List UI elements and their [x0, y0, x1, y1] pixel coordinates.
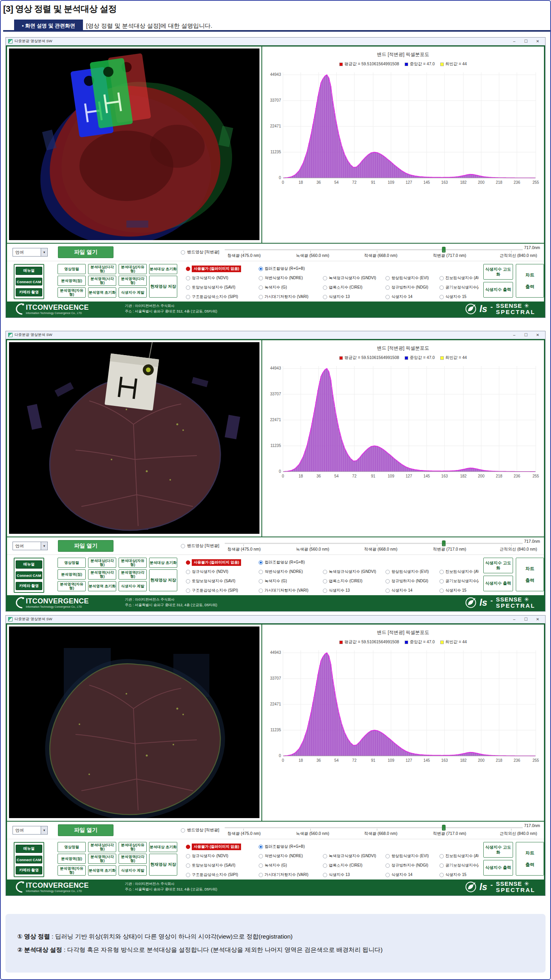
vegetation-index-radio[interactable]: 가시대기저항지수 (VARI) — [259, 588, 323, 593]
language-combobox[interactable]: 언어 ▾ — [13, 826, 48, 835]
vegetation-index-radio[interactable]: 토양보정식생지수 (SAVI) — [186, 863, 259, 868]
vegetation-index-radio[interactable]: 녹색지수 (G) — [259, 285, 323, 290]
minimize-button[interactable]: – — [508, 616, 520, 623]
vegetation-index-radio[interactable]: 컬러조합영상 (R+G+B) — [259, 844, 323, 849]
manual-button[interactable]: 매뉴얼 — [16, 845, 42, 853]
manual-button[interactable]: 매뉴얼 — [16, 560, 42, 569]
file-open-button[interactable]: 파일 열기 — [58, 540, 113, 552]
save-current-image-button[interactable]: 현재영상 저장 — [149, 569, 177, 591]
band-image-radio[interactable]: 밴드영상 [적변광] — [181, 543, 219, 549]
vegetation-index-radio[interactable]: 가시대기저항지수 (VARI) — [259, 294, 323, 300]
index-enhance-button[interactable]: 식생지수 고도화 — [483, 264, 513, 280]
vegetation-index-radio[interactable]: 정규식생지수 (NDVI) — [186, 569, 259, 574]
vegetation-index-radio[interactable]: 녹색지수 (G) — [259, 863, 323, 868]
slider-track[interactable] — [225, 249, 523, 250]
wavelength-slider[interactable]: 717.0nm 청색광 (475.0 nm) 녹색광 (560.0 nm) 적색… — [225, 822, 540, 838]
vegetation-index-radio[interactable]: 향상된식생지수 (EVI) — [385, 275, 439, 281]
vegetation-index-radio[interactable]: 식생지수 13 — [323, 588, 385, 593]
roi-reset-button[interactable]: 분석영역 초기화 — [88, 865, 116, 876]
index-output-button[interactable]: 식생지수 출력 — [483, 576, 513, 591]
vegetation-index-radio[interactable]: 정규빙하지수 (NDGI) — [385, 285, 439, 290]
vegetation-index-radio[interactable]: 녹색정규식생지수 (GNDVI) — [323, 275, 385, 281]
vegetation-index-radio[interactable]: 토양보정식생지수 (SAVI) — [186, 578, 259, 584]
chevron-down-icon[interactable]: ▾ — [41, 826, 47, 834]
index-enhance-button[interactable]: 식생지수 고도화 — [483, 842, 513, 858]
vegetation-index-dev-button[interactable]: 식생지수 계발 — [119, 287, 147, 298]
vegetation-index-radio[interactable]: 진보된식생지수 (AVI) — [439, 569, 479, 574]
vegetation-index-radio[interactable]: 구조둔감성색소지수 (SIPI) — [186, 872, 259, 878]
target-polygon-button[interactable]: 분석대상(다각형) — [88, 558, 116, 568]
roi-rect-button[interactable]: 분석영역(사각형) — [88, 569, 116, 580]
roi-polygon-button[interactable]: 분석영역(다각형) — [119, 276, 147, 286]
close-button[interactable]: ✕ — [532, 332, 544, 339]
vegetation-index-radio[interactable]: 식생지수 13 — [323, 294, 385, 300]
camera-capture-button[interactable]: 카메라 촬영 — [16, 866, 42, 874]
roi-freeform-button[interactable]: 분석영역(자유형) — [58, 865, 86, 876]
vegetation-index-dev-button[interactable]: 식생지수 계발 — [119, 581, 147, 591]
target-polygon-button[interactable]: 분석대상(다각형) — [88, 264, 116, 274]
vegetation-index-radio[interactable]: 엽록소지수 (CIREI) — [323, 578, 385, 584]
save-current-image-button[interactable]: 현재영상 저장 — [149, 854, 177, 876]
target-freeform-button[interactable]: 분석대상(자유형) — [119, 264, 147, 274]
vegetation-index-radio[interactable]: 향상된식생지수 (EVI) — [385, 569, 439, 574]
vegetation-index-radio[interactable]: 녹색정규식생지수 (GNDVI) — [323, 569, 385, 574]
vegetation-index-radio[interactable]: 정규식생지수 (NDVI) — [186, 853, 259, 859]
roi-polygon-button[interactable]: 분석영역(다각형) — [119, 569, 147, 580]
roi-freeform-button[interactable]: 분석영역(자유형) — [58, 287, 86, 298]
image-align-button[interactable]: 영상정렬 — [58, 264, 86, 274]
vegetation-index-radio[interactable]: 컬러조합영상 (R+G+B) — [259, 560, 323, 565]
target-freeform-button[interactable]: 분석대상(자유형) — [119, 558, 147, 568]
image-viewport[interactable] — [7, 625, 262, 821]
connect-cam-button[interactable]: Connect CAM — [16, 278, 42, 286]
target-polygon-button[interactable]: 분석대상(다각형) — [88, 842, 116, 852]
camera-capture-button[interactable]: 카메라 촬영 — [16, 288, 42, 296]
vegetation-index-radio[interactable]: 적변식생지수 (NDRE) — [259, 275, 323, 281]
vegetation-index-radio[interactable]: 녹색지수 (G) — [259, 578, 323, 584]
vegetation-index-radio[interactable]: 녹색정규식생지수 (GNDVI) — [323, 853, 385, 859]
wavelength-slider[interactable]: 717.0nm 청색광 (475.0 nm) 녹색광 (560.0 nm) 적색… — [225, 538, 540, 554]
vegetation-index-radio[interactable]: 적변식생지수 (NDRE) — [259, 853, 323, 859]
image-viewport[interactable] — [7, 340, 262, 537]
index-output-button[interactable]: 식생지수 출력 — [483, 860, 513, 876]
connect-cam-button[interactable]: Connect CAM — [16, 571, 42, 580]
target-reset-button[interactable]: 분석대상 초기화 — [149, 558, 177, 568]
roi-freeform-button[interactable]: 분석영역(자유형) — [58, 581, 86, 591]
chart-output-button[interactable]: 차트 출력 — [516, 842, 544, 876]
target-reset-button[interactable]: 분석대상 초기화 — [149, 842, 177, 852]
vegetation-index-radio[interactable]: 진보된식생지수 (AVI) — [439, 853, 479, 859]
vegetation-index-radio[interactable]: 식생지수 14 — [385, 588, 439, 593]
maximize-button[interactable]: ☐ — [520, 38, 532, 45]
language-combobox[interactable]: 언어 ▾ — [13, 248, 48, 257]
vegetation-index-radio[interactable]: 진보된식생지수 (AVI) — [439, 275, 479, 281]
chevron-down-icon[interactable]: ▾ — [41, 542, 47, 550]
band-image-radio[interactable]: 밴드영상 [적변광] — [181, 249, 219, 255]
vegetation-index-radio[interactable]: 공기보정식생지수(ARVI) — [439, 285, 479, 290]
maximize-button[interactable]: ☐ — [520, 616, 532, 623]
target-freeform-button[interactable]: 분석대상(자유형) — [119, 842, 147, 852]
vegetation-index-dev-button[interactable]: 식생지수 계발 — [119, 865, 147, 876]
vegetation-index-radio[interactable]: 적변식생지수 (NDRE) — [259, 569, 323, 574]
index-output-button[interactable]: 식생지수 출력 — [483, 282, 513, 298]
vegetation-index-radio[interactable]: 구조둔감성색소지수 (SIPI) — [186, 588, 259, 593]
vegetation-index-radio[interactable]: 향상된식생지수 (EVI) — [385, 853, 439, 859]
close-button[interactable]: ✕ — [532, 616, 544, 623]
index-enhance-button[interactable]: 식생지수 고도화 — [483, 558, 513, 573]
vegetation-index-radio[interactable]: 엽록소지수 (CIREI) — [323, 863, 385, 868]
roi-reset-button[interactable]: 분석영역 초기화 — [88, 287, 116, 298]
minimize-button[interactable]: – — [508, 332, 520, 339]
vegetation-index-radio[interactable]: 식생지수 14 — [385, 294, 439, 300]
band-image-radio[interactable]: 밴드영상 [적변광] — [181, 827, 219, 833]
vegetation-index-radio[interactable]: 가시대기저항지수 (VARI) — [259, 872, 323, 878]
vegetation-index-radio[interactable]: 토양보정식생지수 (SAVI) — [186, 285, 259, 290]
language-combobox[interactable]: 언어 ▾ — [13, 542, 48, 550]
wavelength-slider[interactable]: 717.0nm 청색광 (475.0 nm) 녹색광 (560.0 nm) 적색… — [225, 244, 540, 260]
manual-button[interactable]: 매뉴얼 — [16, 267, 42, 275]
roi-point-button[interactable]: 분석영역(점) — [58, 569, 86, 580]
roi-rect-button[interactable]: 분석영역(사각형) — [88, 854, 116, 864]
image-align-button[interactable]: 영상정렬 — [58, 842, 86, 852]
image-viewport[interactable] — [7, 47, 262, 243]
vegetation-index-radio[interactable]: 정규빙하지수 (NDGI) — [385, 578, 439, 584]
vegetation-index-radio[interactable]: 정규빙하지수 (NDGI) — [385, 863, 439, 868]
vegetation-index-radio[interactable]: 식생지수 15 — [439, 294, 479, 300]
vegetation-index-radio[interactable]: 식생지수 15 — [439, 872, 479, 878]
